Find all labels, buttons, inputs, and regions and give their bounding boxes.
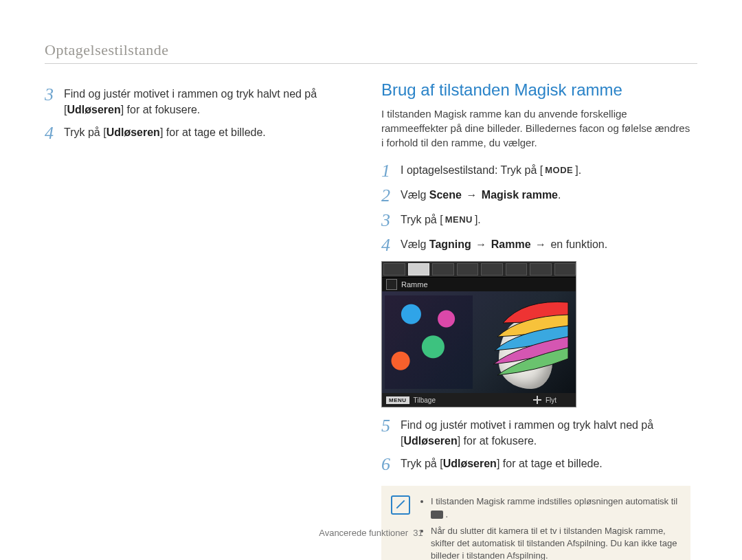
frame-thumb[interactable] xyxy=(383,263,405,276)
step-text: Vælg Tagning → Ramme → en funktion. xyxy=(401,236,607,254)
step-text: I optagelsestilstand: Tryk på [MODE]. xyxy=(401,162,581,180)
note-item: I tilstanden Magisk ramme indstilles opl… xyxy=(431,495,679,520)
step-number: 2 xyxy=(381,187,401,205)
note-icon xyxy=(391,495,410,515)
step-6-right: 6 Tryk på [Udløseren] for at tage et bil… xyxy=(381,456,690,473)
footer-label: Avancerede funktioner xyxy=(319,528,408,538)
frame-thumb-active[interactable] xyxy=(408,263,430,276)
frame-thumb[interactable] xyxy=(481,263,503,276)
subsection-heading: Brug af tilstanden Magisk ramme xyxy=(381,80,690,100)
frame-thumb[interactable] xyxy=(432,263,454,276)
frame-thumb[interactable] xyxy=(506,263,528,276)
divider xyxy=(45,63,697,64)
frame-preview: Ramme xyxy=(381,261,576,407)
step-2-right: 2 Vælg Scene → Magisk ramme. xyxy=(381,187,690,205)
step-3-left: 3 Find og justér motivet i rammen og try… xyxy=(45,86,354,117)
frame-icon xyxy=(386,279,397,290)
step-4-left: 4 Tryk på [Udløseren] for at tage et bil… xyxy=(45,124,354,142)
step-text: Find og justér motivet i rammen og tryk … xyxy=(64,86,354,117)
menu-chip-icon: MENU xyxy=(386,396,409,404)
preview-bottom-bar: MENU Tilbage Flyt xyxy=(382,393,576,407)
step-text: Find og justér motivet i rammen og tryk … xyxy=(401,417,690,449)
left-column: 3 Find og justér motivet i rammen og try… xyxy=(45,80,354,560)
frame-thumb[interactable] xyxy=(457,263,479,276)
resolution-chip-icon xyxy=(431,511,443,519)
step-number: 1 xyxy=(381,162,401,180)
step-4-right: 4 Vælg Tagning → Ramme → en funktion. xyxy=(381,236,690,254)
move-label: Flyt xyxy=(546,396,556,404)
preview-label-row: Ramme xyxy=(382,278,576,291)
step-text: Tryk på [Udløseren] for at tage et bille… xyxy=(64,124,266,142)
intro-paragraph: I tilstanden Magisk ramme kan du anvende… xyxy=(381,107,690,150)
step-text: Tryk på [MENU]. xyxy=(401,212,481,229)
note-callout: I tilstanden Magisk ramme indstilles opl… xyxy=(381,486,690,560)
step-5-right: 5 Find og justér motivet i rammen og try… xyxy=(381,417,690,449)
step-number: 3 xyxy=(381,212,401,229)
step-text: Tryk på [Udløseren] for at tage et bille… xyxy=(401,456,603,473)
back-label: Tilbage xyxy=(414,396,436,404)
frame-thumb[interactable] xyxy=(554,263,576,276)
section-title: Optagelsestilstande xyxy=(45,41,697,59)
mode-key: MODE xyxy=(543,164,575,177)
graffiti-art xyxy=(385,295,473,389)
step-number: 6 xyxy=(381,456,401,473)
wing-art xyxy=(482,295,572,378)
step-text: Vælg Scene → Magisk ramme. xyxy=(401,187,561,205)
footer: Avancerede funktioner 31 xyxy=(0,528,742,538)
step-number: 4 xyxy=(45,124,64,142)
preview-label: Ramme xyxy=(401,280,428,289)
frame-thumb[interactable] xyxy=(530,263,552,276)
preview-photo xyxy=(382,291,576,393)
page-number: 31 xyxy=(413,528,423,538)
right-column: Brug af tilstanden Magisk ramme I tilsta… xyxy=(381,80,690,560)
preview-thumb-strip xyxy=(382,262,576,278)
step-number: 5 xyxy=(381,417,401,449)
menu-key: MENU xyxy=(443,214,475,227)
step-number: 4 xyxy=(381,236,401,254)
step-3-right: 3 Tryk på [MENU]. xyxy=(381,212,690,229)
nav-pad-icon xyxy=(533,396,541,404)
step-1-right: 1 I optagelsestilstand: Tryk på [MODE]. xyxy=(381,162,690,180)
step-number: 3 xyxy=(45,86,64,117)
